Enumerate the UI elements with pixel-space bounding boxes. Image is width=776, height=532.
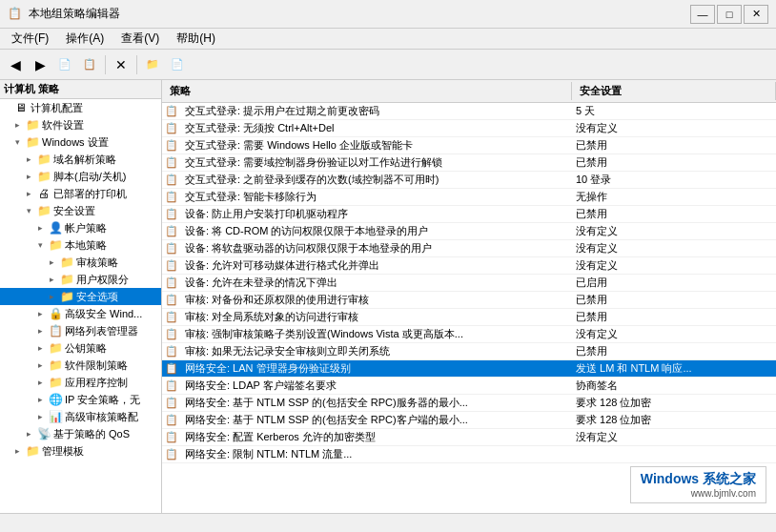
- tree-item[interactable]: ▸ 📁 域名解析策略: [0, 151, 161, 168]
- list-row[interactable]: 📋 审核: 如果无法记录安全审核则立即关闭系统 已禁用: [162, 343, 776, 360]
- menu-file[interactable]: 文件(F): [4, 29, 56, 49]
- list-row[interactable]: 📋 设备: 将软盘驱动器的访问权限仅限于本地登录的用户 没有定义: [162, 240, 776, 257]
- properties-button[interactable]: 📋: [78, 53, 101, 76]
- row-security: 已禁用: [572, 137, 776, 153]
- tree-item[interactable]: ▸ 📁 脚本(启动/关机): [0, 168, 161, 185]
- back-button[interactable]: ◀: [4, 53, 27, 76]
- export-button[interactable]: 📁: [141, 53, 164, 76]
- list-row[interactable]: 📋 设备: 允许对可移动媒体进行格式化并弹出 没有定义: [162, 257, 776, 275]
- tree-toggle[interactable]: ▸: [34, 325, 46, 337]
- tree-toggle[interactable]: ▸: [34, 359, 46, 371]
- row-policy: 交互式登录: 无须按 Ctrl+Alt+Del: [181, 120, 572, 136]
- row-icon: 📋: [162, 413, 181, 427]
- tree-item[interactable]: ▸ 🖨 已部署的打印机: [0, 185, 161, 202]
- tree-item[interactable]: ▸ 📁 审核策略: [0, 254, 161, 271]
- menu-help[interactable]: 帮助(H): [169, 29, 223, 49]
- tree-toggle[interactable]: ▸: [34, 222, 46, 234]
- tree-item[interactable]: ▾ 📁 安全设置: [0, 202, 161, 219]
- tree-item[interactable]: ▸ 📁 公钥策略: [0, 339, 161, 357]
- row-security: 要求 128 位加密: [572, 412, 776, 428]
- list-row[interactable]: 📋 设备: 允许在未登录的情况下弹出 已启用: [162, 275, 776, 292]
- row-security: 没有定义: [572, 240, 776, 256]
- tree-item[interactable]: ▸ 📁 管理模板: [0, 442, 161, 460]
- tree-toggle[interactable]: ▸: [46, 256, 57, 268]
- tree-item[interactable]: ▸ 👤 帐户策略: [0, 219, 161, 236]
- tree-toggle[interactable]: ▸: [34, 411, 46, 422]
- right-header: 策略 安全设置: [162, 80, 776, 103]
- tree-toggle[interactable]: ▸: [23, 153, 34, 165]
- list-row[interactable]: 📋 交互式登录: 需要 Windows Hello 企业版或智能卡 已禁用: [162, 137, 776, 154]
- tree-toggle[interactable]: ▸: [34, 308, 46, 319]
- menu-action[interactable]: 操作(A): [58, 29, 112, 49]
- tree-toggle[interactable]: ▸: [46, 274, 57, 285]
- list-row[interactable]: 📋 审核: 强制审核策略子类别设置(Windows Vista 或更高版本...…: [162, 326, 776, 343]
- tree-item[interactable]: ▸ 📁 应用程序控制: [0, 374, 161, 391]
- tree-icon: 📁: [59, 289, 74, 304]
- col-header-policy[interactable]: 策略: [162, 82, 572, 100]
- tree-item[interactable]: ▸ 📊 高级审核策略配: [0, 408, 161, 425]
- tree-toggle[interactable]: ▸: [11, 119, 23, 131]
- row-icon: 📋: [162, 276, 181, 290]
- tree-icon: 📁: [48, 375, 63, 390]
- menu-view[interactable]: 查看(V): [113, 29, 167, 49]
- tree-label: 帐户策略: [65, 221, 107, 235]
- list-row[interactable]: 📋 审核: 对备份和还原权限的使用进行审核 已禁用: [162, 292, 776, 309]
- tree-toggle[interactable]: ▸: [23, 428, 34, 440]
- list-row[interactable]: 📋 交互式登录: 之前登录到缓存的次数(域控制器不可用时) 10 登录: [162, 172, 776, 189]
- tree-toggle[interactable]: ▸: [34, 377, 46, 388]
- tree-item[interactable]: ▸ 📡 基于策略的 QoS: [0, 425, 161, 442]
- delete-button[interactable]: ✕: [110, 53, 133, 76]
- list-row[interactable]: 📋 交互式登录: 智能卡移除行为 无操作: [162, 189, 776, 206]
- tree-toggle[interactable]: ▸: [46, 291, 57, 302]
- tree-item[interactable]: ▸ 📁 用户权限分: [0, 271, 161, 288]
- list-row[interactable]: 📋 网络安全: 基于 NTLM SSP 的(包括安全 RPC)客户端的最小...…: [162, 412, 776, 429]
- row-icon: 📋: [162, 224, 181, 238]
- list-row[interactable]: 📋 设备: 防止用户安装打印机驱动程序 已禁用: [162, 206, 776, 223]
- tree-toggle[interactable]: ▾: [11, 136, 23, 148]
- list-row[interactable]: 📋 交互式登录: 提示用户在过期之前更改密码 5 天: [162, 103, 776, 120]
- tree-toggle[interactable]: ▸: [23, 171, 34, 182]
- tree-icon: 📁: [36, 152, 51, 167]
- tree-item[interactable]: ▸ 📁 安全选项: [0, 288, 161, 305]
- forward-button[interactable]: ▶: [29, 53, 51, 76]
- list-row[interactable]: 📋 网络安全: 限制 NTLM: NTLM 流量...: [162, 446, 776, 463]
- list-row[interactable]: 📋 交互式登录: 需要域控制器身份验证以对工作站进行解锁 已禁用: [162, 154, 776, 172]
- list-row[interactable]: 📋 网络安全: 配置 Kerberos 允许的加密类型 没有定义: [162, 429, 776, 446]
- tree-toggle[interactable]: [0, 102, 11, 113]
- tree-item[interactable]: ▸ 🌐 IP 安全策略，无: [0, 391, 161, 408]
- tree-item[interactable]: ▾ 📁 Windows 设置: [0, 133, 161, 151]
- tree-item[interactable]: ▾ 📁 本地策略: [0, 236, 161, 254]
- tree-toggle[interactable]: ▸: [23, 188, 34, 199]
- tree-item[interactable]: ▸ 📁 软件限制策略: [0, 357, 161, 374]
- tree-toggle[interactable]: ▸: [34, 342, 46, 354]
- maximize-button[interactable]: □: [717, 5, 742, 24]
- tree-label: 安全设置: [53, 204, 95, 218]
- minimize-button[interactable]: —: [690, 5, 715, 24]
- col-header-security[interactable]: 安全设置: [572, 82, 776, 100]
- tree-toggle[interactable]: ▾: [34, 239, 46, 251]
- tree-toggle[interactable]: ▸: [34, 394, 46, 405]
- tree-label: 安全选项: [76, 290, 118, 304]
- list-row[interactable]: 📋 网络安全: LAN 管理器身份验证级别 发送 LM 和 NTLM 响应...: [162, 360, 776, 378]
- tree-item[interactable]: ▸ 🔒 高级安全 Wind...: [0, 305, 161, 322]
- list-row[interactable]: 📋 设备: 将 CD-ROM 的访问权限仅限于本地登录的用户 没有定义: [162, 223, 776, 240]
- row-icon: 📋: [162, 138, 181, 153]
- tree-item[interactable]: ▸ 📁 软件设置: [0, 116, 161, 133]
- tree-header: 计算机 策略: [0, 80, 161, 99]
- row-policy: 交互式登录: 需要域控制器身份验证以对工作站进行解锁: [181, 154, 572, 171]
- show-hide-button[interactable]: 📄: [53, 53, 76, 76]
- list-row[interactable]: 📋 交互式登录: 无须按 Ctrl+Alt+Del 没有定义: [162, 120, 776, 137]
- tree-label: 计算机配置: [31, 101, 83, 115]
- tree-item[interactable]: ▸ 📋 网络列表管理器: [0, 322, 161, 339]
- list-row[interactable]: 📋 审核: 对全局系统对象的访问进行审核 已禁用: [162, 309, 776, 326]
- import-button[interactable]: 📄: [166, 53, 189, 76]
- watermark-url: www.bjmlv.com: [691, 488, 756, 499]
- tree-item[interactable]: 🖥 计算机配置: [0, 99, 161, 116]
- tree-label: IP 安全策略，无: [65, 393, 140, 407]
- tree-toggle[interactable]: ▾: [23, 205, 34, 216]
- close-button[interactable]: ✕: [744, 5, 768, 24]
- list-row[interactable]: 📋 网络安全: 基于 NTLM SSP 的(包括安全 RPC)服务器的最小...…: [162, 395, 776, 412]
- tree-toggle[interactable]: ▸: [11, 445, 23, 457]
- list-row[interactable]: 📋 网络安全: LDAP 客户端签名要求 协商签名: [162, 378, 776, 395]
- row-icon: 📋: [162, 344, 181, 358]
